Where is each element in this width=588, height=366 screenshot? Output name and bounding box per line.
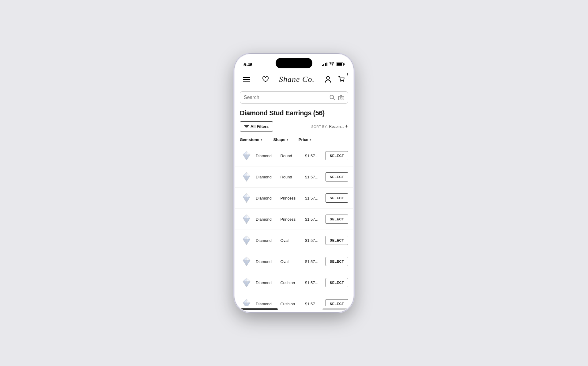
svg-marker-26 — [247, 172, 249, 176]
svg-marker-25 — [244, 172, 247, 176]
product-image — [240, 191, 253, 205]
account-button[interactable] — [322, 74, 334, 85]
menu-button[interactable] — [241, 74, 252, 85]
cart-count: 1 — [346, 73, 348, 76]
product-shape: Princess — [280, 217, 305, 222]
svg-marker-65 — [243, 303, 247, 306]
home-bar-right — [322, 308, 347, 310]
svg-marker-44 — [243, 239, 247, 245]
wishlist-button[interactable] — [260, 74, 271, 85]
diamond-image — [240, 298, 253, 306]
product-row: Diamond Oval $1,57... SELECT — [235, 251, 353, 272]
status-icons — [322, 62, 345, 67]
svg-point-3 — [326, 76, 330, 79]
select-button[interactable]: SELECT — [326, 299, 348, 306]
product-row: Diamond Princess $1,57... SELECT — [235, 188, 353, 209]
sort-plus-icon[interactable]: + — [345, 123, 348, 130]
home-indicator — [235, 306, 353, 312]
price-column-header[interactable]: Price ▾ — [299, 137, 324, 142]
search-input[interactable] — [244, 95, 327, 100]
svg-marker-38 — [247, 218, 250, 224]
select-button[interactable]: SELECT — [326, 193, 348, 203]
shape-chevron-icon: ▾ — [287, 138, 288, 141]
select-button[interactable]: SELECT — [326, 278, 348, 287]
product-shape: Oval — [280, 259, 305, 264]
all-filters-button[interactable]: All Filters — [240, 121, 273, 132]
product-row: Diamond Round $1,57... SELECT — [235, 166, 353, 188]
search-container — [235, 88, 353, 107]
product-price: $1,57... — [305, 217, 326, 222]
svg-marker-59 — [247, 281, 250, 287]
product-gemstone: Diamond — [256, 302, 280, 306]
product-shape: Round — [280, 175, 305, 179]
gemstone-chevron-icon: ▾ — [261, 138, 262, 141]
product-list: Diamond Round $1,57... SELECT — [235, 145, 353, 306]
product-row: Diamond Cushion $1,57... SELECT — [235, 293, 353, 306]
product-price: $1,57... — [305, 154, 326, 158]
product-gemstone: Diamond — [256, 154, 280, 158]
product-row: Diamond Cushion $1,57... SELECT — [235, 272, 353, 293]
status-time: 5:46 — [243, 62, 252, 67]
product-image — [240, 276, 253, 289]
svg-marker-68 — [247, 299, 249, 303]
svg-marker-16 — [243, 154, 247, 160]
product-row: Diamond Princess $1,57... SELECT — [235, 209, 353, 230]
product-image — [240, 234, 253, 247]
dynamic-island — [276, 58, 312, 68]
svg-marker-39 — [244, 215, 247, 218]
column-headers: Gemstone ▾ Shape ▾ Price ▾ — [235, 134, 353, 145]
shape-column-header[interactable]: Shape ▾ — [273, 137, 299, 142]
svg-marker-60 — [244, 278, 247, 281]
svg-marker-61 — [247, 278, 249, 281]
svg-line-7 — [333, 98, 335, 100]
nav-right-icons: 1 — [322, 74, 347, 85]
all-filters-label: All Filters — [251, 124, 269, 129]
product-shape: Oval — [280, 238, 305, 243]
svg-marker-23 — [243, 176, 247, 181]
product-price: $1,57... — [305, 259, 326, 264]
cart-button[interactable]: 1 — [336, 74, 347, 85]
diamond-image — [240, 213, 253, 225]
select-button[interactable]: SELECT — [326, 151, 348, 160]
battery-icon — [336, 63, 345, 66]
select-button[interactable]: SELECT — [326, 215, 348, 224]
camera-icon[interactable] — [338, 95, 344, 100]
svg-marker-67 — [244, 299, 247, 303]
diamond-image — [240, 276, 253, 289]
product-image — [240, 255, 253, 268]
product-price: $1,57... — [305, 238, 326, 243]
product-image — [240, 297, 253, 306]
wifi-icon — [329, 62, 334, 67]
diamond-image — [240, 234, 253, 246]
sort-value: Recom... — [329, 124, 344, 129]
product-shape: Cushion — [280, 280, 305, 285]
phone-frame: 5:46 — [234, 54, 354, 312]
svg-marker-19 — [247, 151, 249, 154]
select-button[interactable]: SELECT — [326, 172, 348, 181]
select-button[interactable]: SELECT — [326, 257, 348, 266]
svg-marker-24 — [247, 176, 250, 181]
svg-marker-45 — [247, 239, 250, 245]
svg-marker-58 — [243, 281, 247, 287]
gemstone-column-header[interactable]: Gemstone ▾ — [240, 137, 273, 142]
app-content: Shane Co. 1 — [235, 70, 353, 312]
product-image — [240, 149, 253, 162]
brand-logo: Shane Co. — [279, 75, 315, 84]
svg-marker-37 — [243, 218, 247, 224]
phone-screen: 5:46 — [235, 54, 353, 312]
product-shape: Round — [280, 154, 305, 158]
product-shape: Cushion — [280, 302, 305, 306]
diamond-image — [240, 150, 253, 162]
product-row: Diamond Round $1,57... SELECT — [235, 145, 353, 166]
search-box[interactable] — [240, 91, 348, 104]
select-button[interactable]: SELECT — [326, 236, 348, 245]
product-price: $1,57... — [305, 196, 326, 200]
svg-marker-33 — [247, 193, 249, 197]
svg-point-9 — [340, 97, 342, 99]
sort-section[interactable]: SORT BY: Recom... + — [311, 123, 348, 130]
product-price: $1,57... — [305, 280, 326, 285]
diamond-image — [240, 255, 253, 268]
product-image — [240, 212, 253, 226]
svg-marker-51 — [243, 260, 247, 266]
diamond-image — [240, 171, 253, 183]
